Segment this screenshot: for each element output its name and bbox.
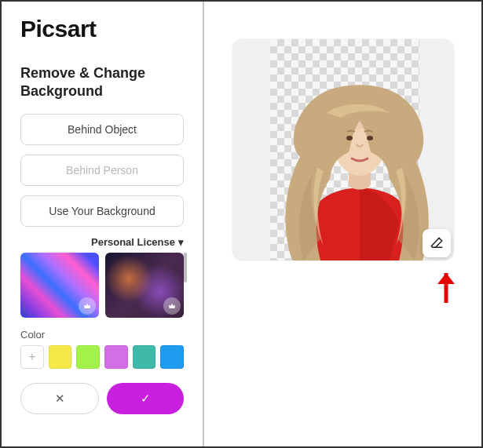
- app-frame: Picsart Remove & Change Background Behin…: [0, 0, 483, 448]
- transparency-checker: [270, 39, 419, 260]
- canvas-area: [204, 2, 481, 446]
- image-canvas[interactable]: [232, 39, 454, 260]
- action-buttons: ✕ ✓: [20, 383, 184, 414]
- cancel-button[interactable]: ✕: [20, 383, 99, 414]
- sidebar: Picsart Remove & Change Background Behin…: [2, 2, 204, 446]
- annotation-arrow-icon: [436, 271, 456, 306]
- license-dropdown[interactable]: Personal License ▾: [20, 236, 184, 248]
- behind-object-button[interactable]: Behind Object: [20, 114, 184, 145]
- license-label: Personal License: [91, 236, 175, 248]
- background-thumbnails: [20, 253, 184, 318]
- color-swatch-blue[interactable]: [160, 345, 184, 369]
- crown-icon: [79, 297, 96, 315]
- color-swatch-teal[interactable]: [133, 345, 156, 369]
- behind-person-button[interactable]: Behind Person: [20, 155, 184, 186]
- thumbs-scrollbar[interactable]: [184, 253, 187, 282]
- color-swatch-orchid[interactable]: [104, 345, 128, 369]
- add-color-button[interactable]: +: [20, 345, 44, 369]
- eraser-button[interactable]: [423, 229, 451, 257]
- bg-thumb-2[interactable]: [105, 253, 184, 318]
- color-swatch-yellow[interactable]: [49, 345, 72, 369]
- confirm-button[interactable]: ✓: [107, 383, 184, 414]
- bg-thumb-1[interactable]: [20, 253, 99, 318]
- section-title: Remove & Change Background: [20, 64, 184, 101]
- color-swatch-lime[interactable]: [76, 345, 100, 369]
- crown-icon: [163, 297, 181, 315]
- color-section-label: Color: [20, 329, 184, 341]
- color-swatches: +: [20, 345, 184, 369]
- eraser-icon: [430, 236, 444, 250]
- chevron-down-icon: ▾: [178, 236, 184, 248]
- use-your-background-button[interactable]: Use Your Background: [20, 195, 184, 227]
- app-logo: Picsart: [20, 16, 184, 42]
